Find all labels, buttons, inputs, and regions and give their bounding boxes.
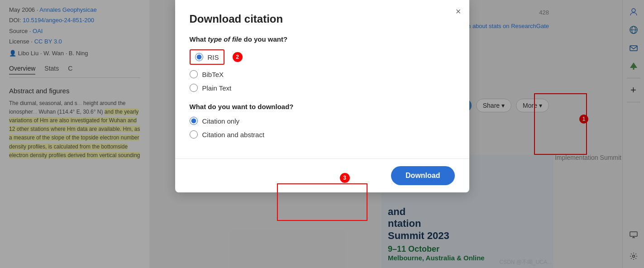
citation-only-item[interactable]: Citation only <box>190 117 455 125</box>
modal-body: Download citation What type of file do y… <box>175 0 469 158</box>
file-type-bibtex-item[interactable]: BibTeX <box>190 70 455 78</box>
file-type-ris-item[interactable]: RIS 2 <box>190 49 455 65</box>
modal-title: Download citation <box>190 13 455 25</box>
bibtex-radio[interactable] <box>190 70 198 78</box>
file-type-options: RIS 2 BibTeX Plain Text <box>190 49 455 92</box>
download-button[interactable]: Download <box>391 166 454 185</box>
ris-highlight: RIS <box>190 49 224 65</box>
modal-footer: Download <box>175 158 469 192</box>
citation-only-label[interactable]: Citation only <box>202 117 240 125</box>
citation-abstract-item[interactable]: Citation and abstract <box>190 130 455 139</box>
badge-3: 3 <box>340 173 350 183</box>
ris-radio[interactable] <box>195 53 203 61</box>
download-citation-modal: × Download citation What type of file do… <box>175 0 469 192</box>
plaintext-label[interactable]: Plain Text <box>202 84 232 92</box>
citation-only-radio[interactable] <box>190 117 198 125</box>
badge-2: 2 <box>233 52 243 62</box>
bibtex-label[interactable]: BibTeX <box>202 71 224 78</box>
plaintext-radio[interactable] <box>190 84 198 92</box>
download-type-options: Citation only Citation and abstract <box>190 117 455 139</box>
file-type-label: What type of file do you want? <box>190 35 455 43</box>
citation-abstract-radio[interactable] <box>190 130 198 139</box>
ris-label[interactable]: RIS <box>208 53 219 61</box>
download-type-label: What do you want to download? <box>190 103 455 110</box>
watermark: CSDN @不喝_UCA... <box>499 258 552 266</box>
citation-abstract-label[interactable]: Citation and abstract <box>202 131 265 139</box>
file-type-plaintext-item[interactable]: Plain Text <box>190 84 455 92</box>
close-button[interactable]: × <box>456 6 461 17</box>
